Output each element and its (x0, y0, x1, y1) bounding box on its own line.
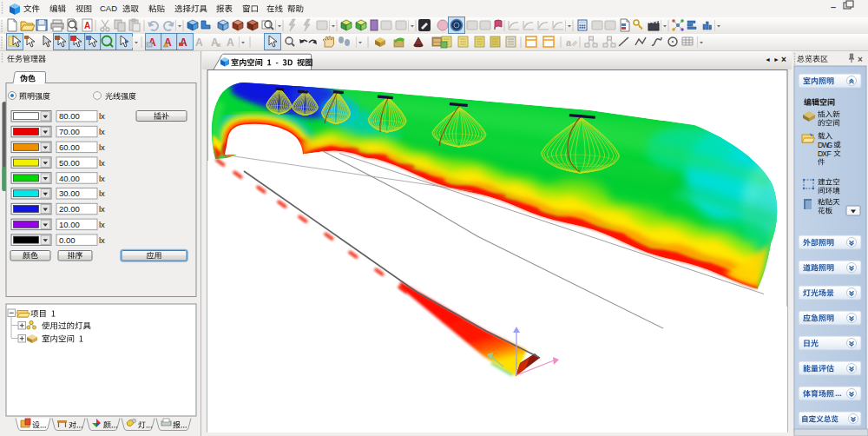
svg-text:A: A (195, 36, 203, 49)
svg-text:30.00: 30.00 (59, 188, 80, 198)
svg-text:0.00: 0.00 (59, 235, 76, 245)
svg-text:A: A (84, 21, 90, 30)
svg-text:70.00: 70.00 (59, 127, 80, 136)
svg-text:A: A (227, 36, 234, 49)
svg-text:lx: lx (99, 174, 105, 183)
svg-text:40.00: 40.00 (59, 174, 80, 183)
svg-text:G: G (826, 141, 832, 149)
svg-text:F: F (826, 149, 831, 158)
svg-text:◄: ◄ (765, 56, 771, 63)
svg-text:...: ... (835, 389, 842, 398)
svg-text:lx: lx (99, 235, 105, 245)
svg-text:lx: lx (99, 142, 105, 152)
svg-text:x: x (217, 41, 221, 49)
svg-text:lx: lx (99, 188, 105, 198)
svg-text:50.00: 50.00 (59, 158, 80, 168)
svg-text:lx: lx (99, 127, 105, 136)
svg-text:80.00: 80.00 (59, 111, 80, 121)
svg-text:lx: lx (99, 111, 105, 121)
svg-text:a: a (566, 37, 572, 48)
svg-text:lx: lx (99, 158, 105, 168)
svg-text:×: × (781, 55, 786, 64)
svg-text:60.00: 60.00 (59, 142, 80, 152)
svg-text:×: × (858, 55, 863, 64)
svg-text:lx: lx (99, 220, 105, 229)
svg-text:20.00: 20.00 (59, 204, 80, 214)
svg-text:CAD: CAD (100, 3, 117, 13)
svg-text:–: – (831, 2, 836, 12)
svg-text:lx: lx (99, 204, 105, 214)
svg-text:►: ► (773, 56, 779, 63)
svg-text:10.00: 10.00 (59, 220, 80, 229)
